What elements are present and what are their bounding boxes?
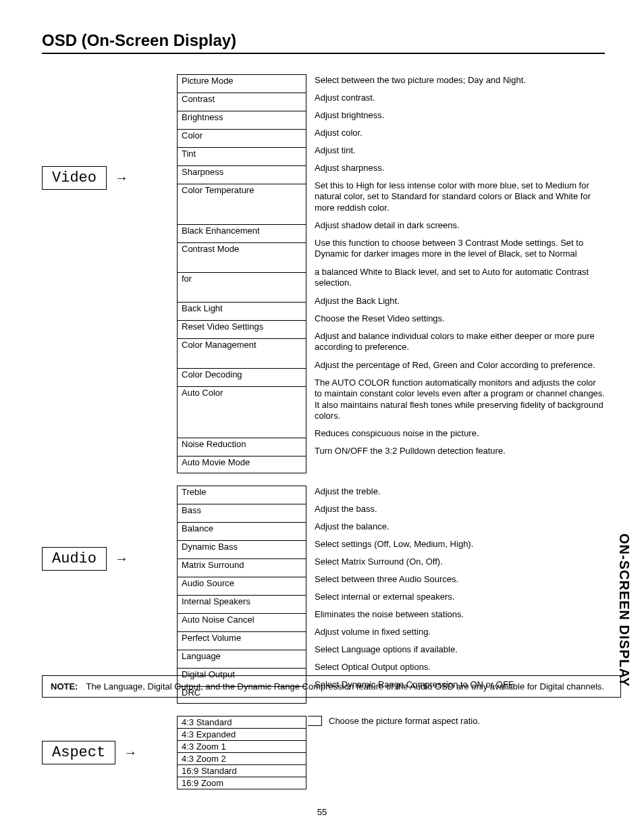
- setting-desc: Select between the two picture modes; Da…: [315, 74, 605, 92]
- setting-desc: Choose the Reset Video settings.: [315, 313, 605, 330]
- category-box-audio: Audio: [42, 547, 107, 571]
- setting-item: Balance: [178, 523, 306, 541]
- setting-item: Language: [178, 650, 306, 669]
- setting-item: Contrast Mode: [178, 243, 306, 273]
- setting-item: 16:9 Zoom: [178, 777, 306, 789]
- setting-item: Audio Source: [178, 577, 306, 596]
- setting-desc: a balanced White to Black level, and set…: [315, 266, 605, 295]
- setting-desc: Set this to High for less intense color …: [315, 180, 605, 219]
- category-box-aspect: Aspect: [42, 741, 115, 764]
- setting-item: 4:3 Zoom 2: [178, 753, 306, 765]
- aspect-shared-desc: Choose the picture format aspect ratio.: [329, 716, 480, 726]
- setting-item: Contrast: [178, 93, 306, 111]
- setting-item: Reset Video Settings: [178, 321, 306, 339]
- brace-icon: [308, 716, 322, 726]
- setting-item: Brightness: [178, 111, 306, 130]
- settings-list-video: Picture ModeContrastBrightnessColorTintS…: [177, 74, 306, 473]
- setting-item: Perfect Volume: [178, 632, 306, 650]
- note-label: NOTE:: [51, 681, 78, 692]
- setting-item: Internal Speakers: [178, 596, 306, 614]
- setting-item: Dynamic Bass: [178, 541, 306, 559]
- setting-desc: Adjust volume in fixed setting.: [315, 626, 605, 644]
- setting-desc: Adjust shadow detail in dark screens.: [315, 219, 605, 237]
- setting-desc: Adjust sharpness.: [315, 162, 605, 180]
- note-box: NOTE: The Language, Digital Output, and …: [42, 675, 621, 698]
- category-video: Video→: [42, 166, 177, 190]
- setting-desc: Adjust the balance.: [315, 521, 605, 538]
- section-aspect: Aspect→4:3 Standard4:3 Expanded4:3 Zoom …: [42, 716, 605, 789]
- setting-desc: Adjust contrast.: [315, 92, 605, 109]
- arrow-icon: →: [124, 745, 137, 760]
- desc-list-audio: Adjust the treble.Adjust the bass.Adjust…: [315, 486, 605, 695]
- setting-desc: Adjust brightness.: [315, 109, 605, 127]
- setting-item: Auto Noise Cancel: [178, 614, 306, 632]
- desc-list-video: Select between the two picture modes; Da…: [315, 74, 605, 461]
- setting-desc: Select settings (Off, Low, Medium, High)…: [315, 538, 605, 556]
- setting-item: Bass: [178, 504, 306, 523]
- setting-item: Noise Reduction: [178, 438, 306, 457]
- setting-desc: Use this function to choose between 3 Co…: [315, 237, 605, 266]
- setting-item: 4:3 Zoom 1: [178, 741, 306, 753]
- setting-item: Color Management: [178, 339, 306, 369]
- setting-desc: Adjust the percentage of Red, Green and …: [315, 359, 605, 377]
- setting-item: Auto Color: [178, 387, 306, 438]
- section-audio: Audio→TrebleBassBalanceDynamic BassMatri…: [42, 486, 605, 704]
- setting-desc: Select internal or external speakers.: [315, 591, 605, 608]
- setting-desc: Adjust and balance individual colors to …: [315, 330, 605, 359]
- setting-desc: Adjust tint.: [315, 145, 605, 162]
- settings-list-aspect: 4:3 Standard4:3 Expanded4:3 Zoom 14:3 Zo…: [177, 716, 306, 789]
- category-box-video: Video: [42, 166, 107, 190]
- setting-desc: The AUTO COLOR function automatically mo…: [315, 377, 605, 427]
- setting-item: 4:3 Expanded: [178, 729, 306, 741]
- setting-desc: Adjust the bass.: [315, 503, 605, 521]
- setting-item: Sharpness: [178, 166, 306, 184]
- note-text: The Language, Digital Output, and the Dy…: [86, 681, 612, 692]
- setting-desc: Select Language options if available.: [315, 644, 605, 661]
- setting-desc: Turn ON/OFF the 3:2 Pulldown detection f…: [315, 445, 605, 461]
- setting-item: Tint: [178, 148, 306, 166]
- page-number: 55: [0, 807, 644, 817]
- setting-item: for: [178, 273, 306, 303]
- settings-list-audio: TrebleBassBalanceDynamic BassMatrix Surr…: [177, 486, 306, 704]
- page-title: OSD (On-Screen Display): [42, 31, 236, 50]
- setting-desc: Adjust the Back Light.: [315, 295, 605, 313]
- setting-desc: Select Matrix Surround (On, Off).: [315, 556, 605, 573]
- setting-item: 16:9 Standard: [178, 765, 306, 777]
- setting-item: Color Decoding: [178, 369, 306, 387]
- setting-desc: Select between three Audio Sources.: [315, 573, 605, 591]
- setting-item: Picture Mode: [178, 75, 306, 93]
- setting-item: Color: [178, 130, 306, 148]
- page: OSD (On-Screen Display) Video→Picture Mo…: [0, 0, 644, 834]
- setting-desc: Adjust the treble.: [315, 486, 605, 503]
- setting-item: Back Light: [178, 303, 306, 321]
- arrow-icon: →: [115, 170, 128, 186]
- category-audio: Audio→: [42, 547, 177, 571]
- setting-desc: Eliminates the noise between stations.: [315, 608, 605, 626]
- side-label: ON-SCREEN DISPLAY: [616, 533, 632, 687]
- setting-item: Color Temperature: [178, 184, 306, 225]
- setting-item: Matrix Surround: [178, 559, 306, 577]
- setting-desc: Reduces conspicuous noise in the picture…: [315, 427, 605, 445]
- section-video: Video→Picture ModeContrastBrightnessColo…: [42, 74, 605, 473]
- arrow-icon: →: [115, 551, 128, 567]
- title-underline: [42, 53, 605, 54]
- setting-item: Auto Movie Mode: [178, 457, 306, 473]
- category-aspect: Aspect→: [42, 741, 177, 764]
- setting-desc: Adjust color.: [315, 127, 605, 145]
- aspect-desc-wrap: Choose the picture format aspect ratio.: [306, 716, 605, 726]
- setting-item: Black Enhancement: [178, 225, 306, 243]
- setting-item: 4:3 Standard: [178, 716, 306, 729]
- setting-item: Treble: [178, 486, 306, 504]
